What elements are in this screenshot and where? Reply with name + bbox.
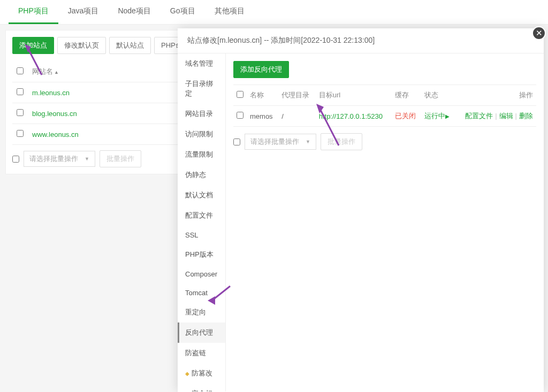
proxy-url[interactable]: http://127.0.0.1:5230 — [319, 112, 383, 120]
site-link[interactable]: m.leonus.cn — [32, 89, 70, 97]
side-item-10[interactable]: Composer — [178, 265, 225, 283]
sort-asc-icon: ▲ — [54, 70, 59, 75]
tab-php[interactable]: PHP项目 — [9, 0, 58, 24]
side-item-label: 防篡改 — [192, 368, 212, 378]
add-site-button[interactable]: 添加站点 — [12, 37, 54, 54]
play-icon: ▶ — [445, 113, 450, 119]
tab-other[interactable]: 其他项目 — [205, 0, 254, 24]
side-item-15[interactable]: ◆防篡改 — [178, 363, 225, 383]
side-item-12[interactable]: 重定向 — [178, 302, 225, 322]
col-proxy-cache: 缓存 — [392, 85, 421, 106]
side-item-label: 流量限制 — [185, 150, 213, 159]
diamond-icon: ◆ — [185, 371, 189, 376]
modal-side-menu: 域名管理子目录绑定网站目录访问限制流量限制伪静态默认文档配置文件SSLPHP版本… — [178, 53, 226, 391]
side-item-label: 网站目录 — [185, 109, 213, 119]
batch-select[interactable]: 请选择批量操作 ▼ — [24, 151, 95, 167]
batch-apply-button[interactable]: 批量操作 — [100, 150, 141, 167]
site-link[interactable]: blog.leonus.cn — [32, 110, 77, 118]
proxy-status[interactable]: 运行中▶ — [421, 106, 455, 127]
side-item-label: 配置文件 — [185, 211, 213, 220]
proxy-delete-link[interactable]: 删除 — [519, 112, 533, 120]
reverse-proxy-panel: 添加反向代理 名称 代理目录 目标url 缓存 状态 操作 — [226, 53, 544, 391]
proxy-batch-placeholder: 请选择批量操作 — [250, 137, 299, 147]
side-item-label: 访问限制 — [185, 129, 213, 139]
side-item-label: 防盗链 — [185, 348, 206, 358]
chevron-down-icon: ▼ — [306, 139, 310, 144]
default-site-button[interactable]: 默认站点 — [109, 37, 151, 54]
proxy-select-all[interactable] — [237, 91, 243, 98]
col-proxy-dir: 代理目录 — [278, 85, 315, 106]
side-item-3[interactable]: 访问限制 — [178, 124, 225, 144]
proxy-name: memos — [247, 106, 278, 127]
side-item-13[interactable]: 反向代理 — [178, 322, 225, 343]
proxy-batch-apply[interactable]: 批量操作 — [321, 133, 362, 150]
side-item-label: 安全扫描 — [192, 389, 218, 391]
side-item-label: Composer — [185, 270, 217, 278]
tab-go[interactable]: Go项目 — [161, 0, 205, 24]
side-item-label: PHP版本 — [185, 250, 214, 259]
side-item-0[interactable]: 域名管理 — [178, 53, 225, 74]
tab-node[interactable]: Node项目 — [108, 0, 160, 24]
side-item-label: 伪静态 — [185, 170, 206, 180]
proxy-row-checkbox[interactable] — [237, 112, 243, 119]
side-item-label: 域名管理 — [185, 59, 213, 68]
side-item-6[interactable]: 默认文档 — [178, 185, 225, 205]
side-item-label: 子目录绑定 — [185, 79, 218, 98]
proxy-batch-select[interactable]: 请选择批量操作 ▼ — [245, 134, 316, 150]
side-item-5[interactable]: 伪静态 — [178, 165, 225, 185]
side-item-1[interactable]: 子目录绑定 — [178, 74, 225, 104]
col-proxy-name: 名称 — [247, 85, 278, 106]
chevron-down-icon: ▼ — [85, 156, 89, 162]
close-icon: ✕ — [536, 28, 543, 38]
batch-select-all[interactable] — [12, 156, 19, 163]
side-item-4[interactable]: 流量限制 — [178, 144, 225, 165]
add-proxy-button[interactable]: 添加反向代理 — [233, 61, 289, 78]
proxy-table: 名称 代理目录 目标url 缓存 状态 操作 memos / http://12… — [233, 84, 536, 127]
side-item-label: Tomcat — [185, 289, 208, 297]
tab-java[interactable]: Java项目 — [58, 0, 109, 24]
site-link[interactable]: www.leonus.cn — [32, 130, 79, 139]
side-item-14[interactable]: 防盗链 — [178, 343, 225, 363]
row-checkbox[interactable] — [17, 109, 24, 116]
side-item-9[interactable]: PHP版本 — [178, 244, 225, 265]
batch-select-placeholder: 请选择批量操作 — [29, 154, 78, 164]
side-item-7[interactable]: 配置文件 — [178, 205, 225, 226]
site-edit-modal: ✕ 站点修改[m.leonus.cn] -- 添加时间[2022-10-31 2… — [178, 28, 544, 392]
proxy-row: memos / http://127.0.0.1:5230 已关闭 运行中▶ 配… — [233, 106, 536, 127]
col-proxy-op: 操作 — [455, 85, 536, 106]
proxy-dir: / — [278, 106, 315, 127]
side-item-label: 反向代理 — [185, 328, 213, 337]
close-button[interactable]: ✕ — [532, 26, 546, 40]
side-item-11[interactable]: Tomcat — [178, 283, 225, 302]
side-item-label: 默认文档 — [185, 190, 213, 200]
proxy-config-link[interactable]: 配置文件 — [465, 112, 493, 120]
select-all-checkbox[interactable] — [17, 67, 24, 74]
row-checkbox[interactable] — [17, 130, 24, 137]
proxy-cache[interactable]: 已关闭 — [395, 112, 416, 120]
proxy-edit-link[interactable]: 编辑 — [499, 112, 513, 120]
col-proxy-url: 目标url — [316, 85, 392, 106]
side-item-8[interactable]: SSL — [178, 226, 225, 244]
side-item-label: SSL — [185, 231, 199, 239]
modal-title: 站点修改[m.leonus.cn] -- 添加时间[2022-10-31 22:… — [178, 28, 544, 53]
modify-default-button[interactable]: 修改默认页 — [57, 37, 106, 54]
proxy-batch-select-all[interactable] — [233, 139, 240, 145]
col-proxy-status: 状态 — [421, 85, 455, 106]
proxy-batch-controls: 请选择批量操作 ▼ 批量操作 — [233, 133, 536, 150]
side-item-16[interactable]: ◆安全扫描 — [178, 383, 225, 391]
project-tabs: PHP项目 Java项目 Node项目 Go项目 其他项目 — [0, 0, 548, 25]
side-item-2[interactable]: 网站目录 — [178, 104, 225, 124]
side-item-label: 重定向 — [185, 308, 206, 317]
row-checkbox[interactable] — [17, 88, 24, 95]
